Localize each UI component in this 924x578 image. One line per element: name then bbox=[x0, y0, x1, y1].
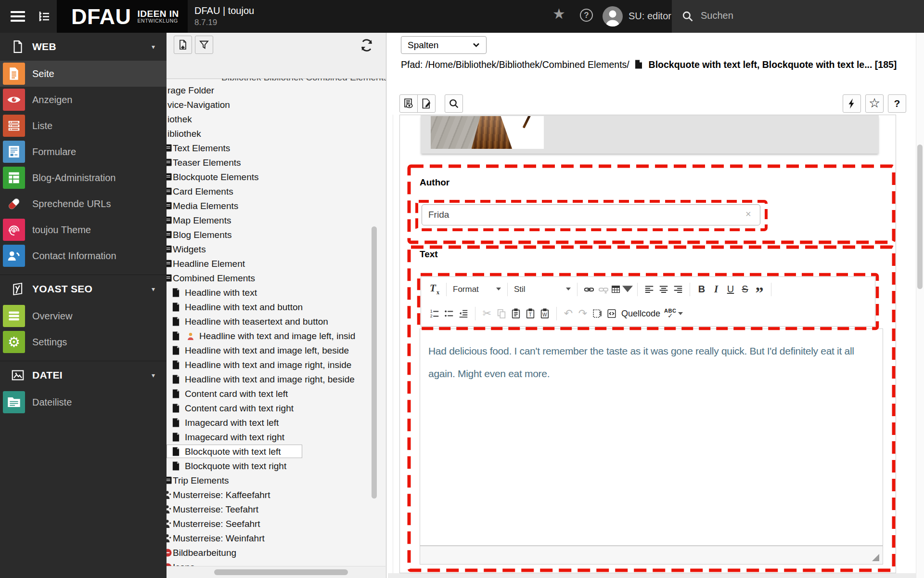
tree-item-map-elements[interactable]: Map Elements bbox=[167, 213, 386, 228]
sidebar-item-blog-administration[interactable]: Blog-Administration bbox=[0, 165, 167, 191]
chevron-down-icon[interactable]: ▾ bbox=[152, 371, 155, 379]
tree-item-blockquote-elements[interactable]: Blockquote Elements bbox=[167, 170, 386, 184]
strikethrough-button[interactable]: S bbox=[738, 281, 752, 298]
sidebar-item-contact-information[interactable]: Contact Information bbox=[0, 243, 167, 269]
undo-button[interactable]: ↶ bbox=[561, 305, 576, 322]
paste-word-button[interactable]: W bbox=[538, 305, 552, 322]
tree-item-musterreise-kaffeefahrt[interactable]: Musterreise: Kaffeefahrt bbox=[167, 488, 386, 502]
sidebar-item-toujou-theme[interactable]: toujou Theme bbox=[0, 217, 167, 243]
link-button[interactable] bbox=[582, 281, 596, 298]
topbar-search[interactable]: Suchen bbox=[672, 0, 924, 33]
sidebar-item-overview[interactable]: Overview bbox=[0, 303, 167, 329]
tree-item-headline-with-text-and-button[interactable]: Headline with text and button bbox=[167, 300, 386, 315]
bookmark-button[interactable]: ☆ bbox=[865, 94, 884, 113]
unlink-button[interactable] bbox=[596, 281, 611, 298]
tree-item-trip-elements[interactable]: Trip Elements bbox=[167, 473, 386, 488]
tree-item-headline-with-teasertext-and-button[interactable]: Headline with teasertext and button bbox=[167, 315, 386, 329]
tree-horizontal-scrollbar[interactable] bbox=[214, 569, 348, 575]
tree-vertical-scrollbar[interactable] bbox=[372, 226, 377, 499]
module-list-icon[interactable] bbox=[38, 10, 51, 23]
bookmark-star-icon[interactable]: ★ bbox=[552, 5, 565, 22]
redo-button[interactable]: ↷ bbox=[576, 305, 590, 322]
blockquote-button[interactable]: ” bbox=[752, 285, 767, 301]
tree-item-headline-with-text-and-image-right-beside[interactable]: Headline with text and image right, besi… bbox=[167, 372, 386, 387]
logo[interactable]: DFAU IDEEN IN ENTWICKLUNG bbox=[57, 0, 188, 33]
view-record-button[interactable] bbox=[399, 94, 418, 113]
sidebar-item-sprechende-urls[interactable]: Sprechende URLs bbox=[0, 191, 167, 217]
sidebar-item-seite[interactable]: Seite bbox=[0, 61, 167, 87]
tree-item-imagecard-with-text-right[interactable]: Imagecard with text right bbox=[167, 430, 386, 445]
source-code-label[interactable]: Quellcode bbox=[621, 309, 660, 319]
chevron-down-icon[interactable]: ▾ bbox=[152, 285, 155, 293]
rte-content-area[interactable]: Had delicious food. I can't remember the… bbox=[420, 328, 883, 546]
tree-item-content-card-with-text-right[interactable]: Content card with text right bbox=[167, 401, 386, 416]
sidebar-item-settings[interactable]: ⚙Settings bbox=[0, 329, 167, 355]
new-page-button[interactable] bbox=[174, 36, 192, 54]
menu-toggle-icon[interactable] bbox=[11, 11, 25, 24]
tree-item-blockquote-with-text-right[interactable]: Blockquote with text right bbox=[167, 459, 386, 473]
tree-item-content-card-with-text-left[interactable]: Content card with text left bbox=[167, 387, 386, 401]
columns-select[interactable]: Spalten bbox=[401, 36, 487, 54]
cut-button[interactable]: ✂ bbox=[480, 305, 494, 322]
copy-button[interactable] bbox=[494, 305, 509, 322]
avatar[interactable] bbox=[603, 6, 623, 26]
style-dropdown[interactable]: Stil bbox=[512, 285, 573, 294]
help-button[interactable]: ? bbox=[888, 94, 906, 113]
align-left-button[interactable] bbox=[642, 281, 656, 298]
spellcheck-button[interactable]: ABC✓ bbox=[664, 308, 683, 319]
filter-button[interactable] bbox=[195, 36, 213, 54]
tree-item-headline-with-text[interactable]: Headline with text bbox=[167, 286, 386, 300]
cache-lightning-button[interactable] bbox=[843, 94, 861, 113]
tree-item-ibliothek[interactable]: ibliothek bbox=[167, 127, 386, 141]
table-button[interactable] bbox=[611, 281, 633, 298]
remove-format-button[interactable]: Tx bbox=[427, 281, 442, 298]
tree-item-widgets[interactable]: Widgets bbox=[167, 242, 386, 257]
tree-item-teaser-elements[interactable]: Teaser Elements bbox=[167, 156, 386, 170]
tree-item-headline-with-text-and-image-left-insid[interactable]: Headline with text and image left, insid bbox=[167, 329, 386, 343]
ordered-list-button[interactable]: 12 bbox=[427, 305, 442, 322]
sidebar-section-header-yoast-seo[interactable]: YOAST SEO▾ bbox=[0, 275, 167, 303]
align-center-button[interactable] bbox=[656, 281, 671, 298]
author-input[interactable] bbox=[422, 204, 760, 225]
italic-button[interactable]: I bbox=[709, 281, 723, 298]
sidebar-item-dateiliste[interactable]: Dateiliste bbox=[0, 389, 167, 415]
tree-item-vice-navigation[interactable]: vice-Navigation bbox=[167, 98, 386, 112]
tree-item-combined-elements[interactable]: Combined Elements bbox=[167, 271, 386, 286]
user-menu[interactable]: SU: editor bbox=[629, 11, 671, 22]
clear-input-icon[interactable]: × bbox=[745, 209, 751, 219]
source-code-button[interactable] bbox=[604, 305, 619, 322]
dog-photo-thumbnail[interactable] bbox=[431, 116, 544, 149]
tree-item-musterreise-seefahrt[interactable]: Musterreise: Seefahrt bbox=[167, 517, 386, 531]
paste-button[interactable] bbox=[509, 305, 523, 322]
resize-handle[interactable] bbox=[872, 554, 879, 561]
paste-text-button[interactable]: T bbox=[523, 305, 538, 322]
tree-item-iothek[interactable]: iothek bbox=[167, 112, 386, 127]
format-dropdown[interactable]: Format bbox=[451, 285, 503, 294]
sidebar-section-header-datei[interactable]: DATEI▾ bbox=[0, 361, 167, 389]
tree-item-headline-with-text-and-image-left-beside[interactable]: Headline with text and image left, besid… bbox=[167, 343, 386, 358]
tree-item-rage-folder[interactable]: rage Folder bbox=[167, 83, 386, 98]
tree-item-bildbearbeitung[interactable]: Bildbearbeitung bbox=[167, 546, 386, 560]
sidebar-section-header-web[interactable]: WEB▾ bbox=[0, 33, 167, 61]
search-record-button[interactable] bbox=[445, 94, 463, 113]
tree-item-imagecard-with-text-left[interactable]: Imagecard with text left bbox=[167, 416, 386, 430]
tree-item-blockquote-with-text-left[interactable]: Blockquote with text left bbox=[167, 445, 386, 459]
bold-button[interactable]: B bbox=[694, 281, 709, 298]
indent-button[interactable] bbox=[456, 305, 471, 322]
tree-item-card-elements[interactable]: Card Elements bbox=[167, 184, 386, 199]
bullet-list-button[interactable] bbox=[442, 305, 456, 322]
page-scrollbar[interactable] bbox=[917, 144, 923, 289]
tree-item-text-elements[interactable]: Text Elements bbox=[167, 141, 386, 156]
tree-item-musterreise-weinfahrt[interactable]: Musterreise: Weinfahrt bbox=[167, 531, 386, 546]
sidebar-item-anzeigen[interactable]: Anzeigen bbox=[0, 87, 167, 113]
tree-item-musterreise-teefahrt[interactable]: Musterreise: Teefahrt bbox=[167, 502, 386, 517]
chevron-down-icon[interactable]: ▾ bbox=[152, 43, 155, 51]
tree-item-blog-elements[interactable]: Blog Elements bbox=[167, 228, 386, 242]
select-all-button[interactable] bbox=[590, 305, 604, 322]
edit-record-button[interactable] bbox=[417, 94, 436, 113]
sidebar-item-formulare[interactable]: Formulare bbox=[0, 139, 167, 165]
align-right-button[interactable] bbox=[671, 281, 685, 298]
tree-item-media-elements[interactable]: Media Elements bbox=[167, 199, 386, 213]
underline-button[interactable]: U bbox=[723, 281, 738, 298]
tree-item-headline-with-text-and-image-right-inside[interactable]: Headline with text and image right, insi… bbox=[167, 358, 386, 372]
